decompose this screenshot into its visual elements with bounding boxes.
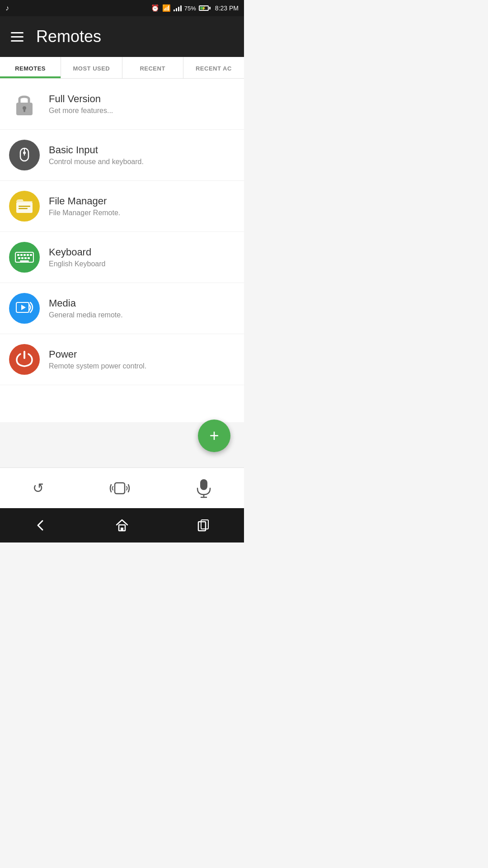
svg-rect-7 (16, 202, 33, 213)
full-version-icon (9, 89, 40, 119)
svg-rect-13 (23, 254, 26, 256)
media-text: Media General media remote. (49, 297, 235, 319)
bottom-action-bar: ↺ (0, 467, 244, 508)
battery-icon: ⚡ (199, 5, 211, 11)
remotes-list: Full Version Get more features... Basic … (0, 79, 244, 422)
wifi-icon: 📶 (162, 4, 171, 12)
basic-input-icon (9, 140, 40, 170)
list-item-full-version[interactable]: Full Version Get more features... (0, 79, 244, 130)
tab-recent-ac[interactable]: RECENT AC (183, 57, 244, 78)
power-title: Power (49, 349, 235, 360)
power-text: Power Remote system power control. (49, 349, 235, 370)
svg-point-6 (23, 151, 26, 154)
full-version-subtitle: Get more features... (49, 107, 235, 115)
full-version-text: Full Version Get more features... (49, 93, 235, 115)
keyboard-icon (9, 242, 40, 273)
media-icon (9, 293, 40, 324)
keyboard-title: Keyboard (49, 246, 235, 258)
signal-icon (174, 5, 182, 11)
microphone-button[interactable] (191, 474, 216, 503)
file-manager-title: File Manager (49, 195, 235, 207)
nav-bar (0, 508, 244, 542)
tabs-container: REMOTES MOST USED RECENT RECENT AC (0, 57, 244, 79)
add-remote-fab[interactable]: + (198, 420, 230, 452)
list-item-media[interactable]: Media General media remote. (0, 283, 244, 334)
list-item-keyboard[interactable]: Keyboard English Keyboard (0, 232, 244, 283)
svg-rect-18 (24, 257, 27, 259)
page-title: Remotes (36, 27, 101, 46)
refresh-button[interactable]: ↺ (28, 476, 48, 500)
svg-rect-14 (27, 254, 29, 256)
basic-input-text: Basic Input Control mouse and keyboard. (49, 144, 235, 166)
basic-input-title: Basic Input (49, 144, 235, 156)
keyboard-text: Keyboard English Keyboard (49, 246, 235, 268)
music-icon: ♪ (5, 4, 9, 12)
nav-recents-button[interactable] (188, 514, 219, 536)
file-manager-subtitle: File Manager Remote. (49, 209, 235, 217)
svg-rect-19 (28, 257, 30, 259)
list-item-file-manager[interactable]: File Manager File Manager Remote. (0, 181, 244, 232)
svg-rect-23 (115, 483, 125, 494)
tab-remotes[interactable]: REMOTES (0, 57, 61, 78)
list-item-basic-input[interactable]: Basic Input Control mouse and keyboard. (0, 130, 244, 181)
keyboard-subtitle: English Keyboard (49, 260, 235, 268)
vibrate-button[interactable] (104, 476, 136, 501)
top-bar: Remotes (0, 16, 244, 57)
svg-rect-20 (20, 260, 29, 262)
battery-bolt-icon: ⚡ (202, 6, 206, 10)
power-icon (9, 344, 40, 375)
media-title: Media (49, 297, 235, 309)
battery-percentage: 75% (184, 5, 196, 12)
status-time: 8:23 PM (215, 5, 239, 12)
nav-back-button[interactable] (25, 514, 56, 536)
alarm-icon: ⏰ (151, 4, 160, 12)
list-item-power[interactable]: Power Remote system power control. (0, 334, 244, 385)
basic-input-subtitle: Control mouse and keyboard. (49, 158, 235, 166)
svg-marker-22 (21, 305, 26, 310)
svg-rect-12 (20, 254, 23, 256)
full-version-title: Full Version (49, 93, 235, 105)
power-subtitle: Remote system power control. (49, 362, 235, 370)
svg-rect-24 (200, 479, 207, 490)
svg-rect-17 (21, 257, 23, 259)
svg-rect-16 (18, 257, 20, 259)
file-manager-icon (9, 191, 40, 222)
svg-rect-15 (30, 254, 32, 256)
svg-rect-2 (23, 109, 25, 112)
nav-home-button[interactable] (106, 514, 138, 537)
hamburger-menu-button[interactable] (9, 30, 25, 43)
status-left: ♪ (5, 4, 9, 12)
media-subtitle: General media remote. (49, 311, 235, 319)
tab-most-used[interactable]: MOST USED (61, 57, 122, 78)
status-bar: ♪ ⏰ 📶 75% ⚡ 8:23 PM (0, 0, 244, 16)
tab-recent[interactable]: RECENT (122, 57, 183, 78)
status-right: ⏰ 📶 75% ⚡ 8:23 PM (151, 4, 239, 12)
svg-rect-11 (17, 254, 19, 256)
svg-rect-8 (19, 206, 30, 207)
svg-rect-28 (121, 528, 123, 531)
svg-rect-9 (19, 208, 28, 209)
file-manager-text: File Manager File Manager Remote. (49, 195, 235, 217)
